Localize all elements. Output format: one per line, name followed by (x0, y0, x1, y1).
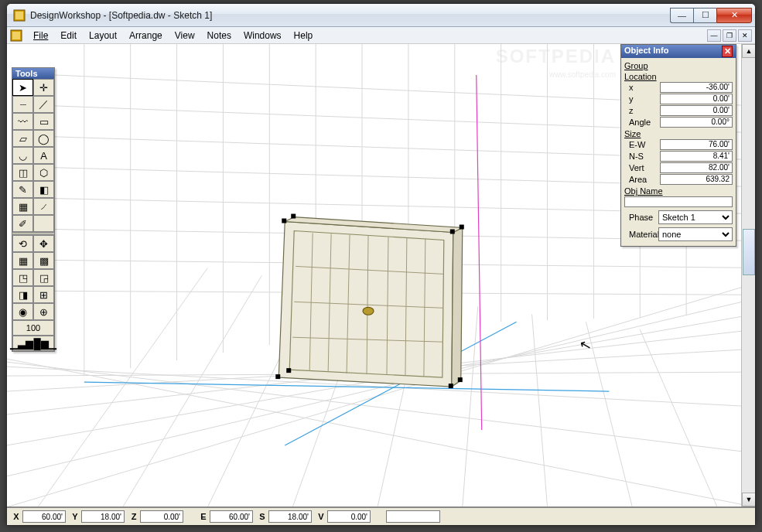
size-vert-field[interactable]: 82.00' (660, 162, 733, 173)
tool-target[interactable]: ⊕ (33, 303, 54, 320)
svg-marker-48 (452, 228, 463, 387)
svg-rect-63 (450, 230, 455, 234)
svg-point-61 (363, 307, 374, 315)
obj-name-field[interactable] (624, 196, 733, 207)
size-ns-field[interactable]: 8.41' (660, 151, 733, 162)
tool-cube[interactable]: ◫ (12, 164, 33, 181)
status-v-field[interactable] (327, 510, 371, 523)
tool-grid-b[interactable]: ▩ (33, 252, 54, 269)
svg-line-14 (123, 275, 262, 506)
tool-arc[interactable]: ◡ (12, 147, 33, 164)
tool-crosshair[interactable]: ✛ (33, 79, 54, 96)
mdi-minimize-button[interactable]: — (707, 29, 721, 42)
tool-eyedropper[interactable]: ✐ (12, 215, 33, 232)
objname-header: Obj Name (624, 186, 733, 196)
svg-rect-3 (12, 32, 20, 39)
menu-edit[interactable]: Edit (54, 29, 83, 43)
tool-knife[interactable]: ⟋ (33, 198, 54, 215)
loc-z-field[interactable]: 0.00' (660, 105, 733, 116)
scroll-thumb[interactable] (743, 229, 755, 275)
statusbar: X Y Z E S V (7, 506, 755, 525)
tool-grid-a[interactable]: ▦ (12, 252, 33, 269)
status-z-field[interactable] (140, 510, 183, 523)
minimize-button[interactable]: — (670, 8, 693, 23)
tool-circle[interactable]: ◯ (33, 130, 54, 147)
tool-histogram[interactable]: ▁▃▆█▆▁ (12, 336, 54, 351)
svg-rect-65 (275, 374, 280, 379)
menu-layout[interactable]: Layout (83, 29, 123, 43)
tools-title[interactable]: Tools (12, 68, 54, 79)
loc-y-field[interactable]: 0.00' (660, 94, 733, 104)
tool-line[interactable]: ／ (33, 96, 54, 113)
menu-view[interactable]: View (169, 29, 201, 43)
tool-polygon[interactable]: ▱ (12, 130, 33, 147)
status-s-field[interactable] (268, 510, 312, 523)
scroll-up-button[interactable]: ▲ (742, 44, 755, 58)
svg-rect-64 (460, 225, 464, 230)
area-field[interactable]: 639.32 (660, 174, 733, 185)
svg-line-19 (532, 314, 548, 506)
object-info-title[interactable]: Object Info ✕ (621, 45, 736, 58)
svg-rect-66 (449, 384, 453, 388)
tool-text[interactable]: A (33, 147, 54, 164)
tool-select[interactable]: ➤ (12, 79, 33, 96)
svg-line-20 (586, 322, 632, 506)
menu-help[interactable]: Help (288, 29, 319, 43)
status-extra-field[interactable] (386, 510, 440, 523)
titlebar[interactable]: DesignWorkshop - [Softpedia.dw - Sketch … (7, 4, 755, 27)
tool-orbit[interactable]: ⟲ (12, 235, 33, 252)
tool-polyline[interactable]: 〰 (12, 113, 33, 130)
tool-box-b[interactable]: ◲ (33, 269, 54, 286)
tool-cube-iso[interactable]: ◨ (12, 286, 33, 303)
menu-windows[interactable]: Windows (237, 29, 288, 43)
tool-eye[interactable]: ◉ (12, 303, 33, 320)
tool-rectangle[interactable]: ▭ (33, 113, 54, 130)
object-info-close-button[interactable]: ✕ (722, 46, 733, 57)
mdi-restore-button[interactable]: ❐ (723, 29, 736, 42)
model-object (278, 217, 463, 387)
menubar: File Edit Layout Arrange View Notes Wind… (7, 27, 755, 44)
tool-grid-c[interactable]: ⊞ (33, 286, 54, 303)
size-header: Size (624, 129, 733, 138)
tool-blank1[interactable] (33, 215, 54, 232)
size-ew-field[interactable]: 76.00' (660, 139, 733, 150)
tool-cylinder[interactable]: ⬡ (33, 164, 54, 181)
tool-box-a[interactable]: ◳ (12, 269, 33, 286)
status-x-field[interactable] (22, 510, 66, 523)
menu-file[interactable]: File (27, 29, 54, 43)
scroll-down-button[interactable]: ▼ (742, 493, 755, 506)
tool-zoom-value[interactable]: 100 (12, 320, 54, 336)
svg-rect-67 (458, 377, 463, 382)
menu-notes[interactable]: Notes (201, 29, 237, 43)
mdi-controls: — ❐ ✕ (707, 29, 752, 42)
tool-paint[interactable]: ▦ (12, 198, 33, 215)
group-header: Group (624, 61, 733, 70)
maximize-button[interactable]: ☐ (693, 8, 716, 23)
svg-rect-69 (286, 368, 291, 373)
tool-pan[interactable]: ✥ (33, 235, 54, 252)
close-button[interactable]: ✕ (716, 8, 752, 23)
svg-marker-47 (278, 222, 453, 387)
svg-line-13 (38, 268, 208, 506)
svg-line-46 (477, 75, 482, 430)
material-select[interactable]: none (658, 227, 733, 241)
app-window: DesignWorkshop - [Softpedia.dw - Sketch … (6, 3, 756, 526)
vertical-scrollbar[interactable]: ▲ ▼ (741, 44, 755, 506)
status-y-field[interactable] (81, 510, 125, 523)
window-title: DesignWorkshop - [Softpedia.dw - Sketch … (30, 10, 670, 21)
svg-rect-62 (282, 219, 286, 223)
tools-panel[interactable]: Tools ➤ ✛ ┈ ／ 〰 ▭ ▱ ◯ ◡ A ◫ ⬡ ✎ ◧ ▦ ⟋ ✐ (12, 67, 55, 352)
loc-x-field[interactable]: -36.00' (660, 82, 733, 93)
status-e-field[interactable] (210, 510, 253, 523)
svg-line-18 (463, 306, 478, 506)
tool-line-dashed[interactable]: ┈ (12, 96, 33, 113)
object-info-panel[interactable]: Object Info ✕ Group Location x-36.00' y0… (620, 44, 736, 247)
menu-arrange[interactable]: Arrange (123, 29, 169, 43)
phase-select[interactable]: Sketch 1 (658, 210, 733, 224)
angle-field[interactable]: 0.00° (660, 117, 733, 128)
mdi-close-button[interactable]: ✕ (738, 29, 752, 42)
tool-pencil[interactable]: ✎ (12, 181, 33, 198)
svg-rect-68 (291, 214, 296, 219)
tool-eraser[interactable]: ◧ (33, 181, 54, 198)
svg-rect-1 (15, 12, 23, 19)
